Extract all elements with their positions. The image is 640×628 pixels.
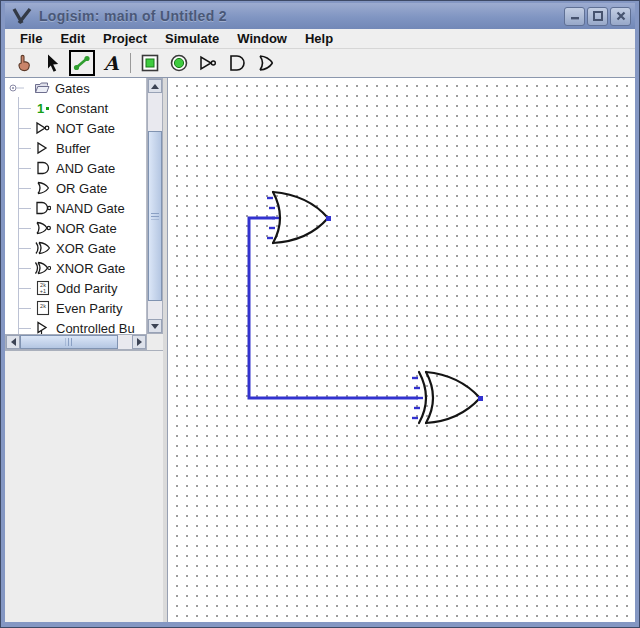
tree-item-label: OR Gate [56, 181, 107, 196]
svg-text:2k: 2k [40, 303, 46, 309]
buffer-icon [33, 140, 53, 156]
component-tree: Gates 1 Constant [5, 78, 147, 334]
arrow-down-icon [151, 324, 159, 329]
wire[interactable] [249, 218, 418, 398]
explorer-pane: Gates 1 Constant [5, 78, 163, 622]
scroll-left-button[interactable] [6, 335, 20, 349]
scroll-down-button[interactable] [148, 319, 162, 333]
tree-node-gates[interactable]: Gates [5, 78, 146, 98]
gate-output-port[interactable] [478, 396, 483, 401]
arrow-up-icon [151, 84, 159, 89]
select-arrow-icon [43, 53, 63, 73]
tree-vertical-scrollbar[interactable] [147, 78, 163, 334]
text-tool-glyph: A [104, 54, 119, 73]
input-pin-icon [140, 53, 160, 73]
tree-item-label: Buffer [56, 141, 90, 156]
tree-item-label: Odd Parity [56, 281, 117, 296]
or-gate-component[interactable] [267, 192, 331, 243]
text-tool[interactable]: A [98, 50, 124, 76]
tree-item-odd-parity[interactable]: 2k +1 Odd Parity [5, 278, 146, 298]
nand-gate-icon [33, 200, 53, 216]
scroll-right-button[interactable] [132, 335, 146, 349]
scroll-up-button[interactable] [148, 79, 162, 93]
wire-icon [72, 53, 92, 73]
tree-item-label: Constant [56, 101, 108, 116]
tree-item-even-parity[interactable]: 2k Even Parity [5, 298, 146, 318]
output-pin-icon [169, 53, 189, 73]
arrow-left-icon [11, 338, 16, 346]
close-icon [616, 11, 626, 21]
tree-item-label: NOT Gate [56, 121, 115, 136]
poke-tool[interactable] [11, 50, 37, 76]
scrollbar-corner [147, 334, 163, 350]
toolbar-separator [130, 53, 131, 73]
nor-gate-icon [33, 220, 53, 236]
arrow-right-icon [137, 338, 142, 346]
not-gate-icon [198, 53, 218, 73]
menu-edit[interactable]: Edit [51, 31, 94, 46]
tree-item-and-gate[interactable]: AND Gate [5, 158, 146, 178]
folder-open-icon [32, 80, 52, 96]
tree-node-label: Gates [55, 81, 90, 96]
xor-gate-component[interactable] [412, 372, 483, 423]
minimize-button[interactable] [564, 7, 585, 26]
tree-item-nand-gate[interactable]: NAND Gate [5, 198, 146, 218]
menu-help[interactable]: Help [296, 31, 342, 46]
tree-item-label: NAND Gate [56, 201, 125, 216]
xnor-gate-icon [33, 260, 53, 276]
tree-horizontal-scrollbar[interactable] [5, 334, 147, 350]
wire-tool[interactable] [69, 50, 95, 76]
or-gate-tool[interactable] [253, 50, 279, 76]
tree-item-or-gate[interactable]: OR Gate [5, 178, 146, 198]
circuit-canvas[interactable] [168, 78, 635, 622]
tree-item-buffer[interactable]: Buffer [5, 138, 146, 158]
tree-item-label: XOR Gate [56, 241, 116, 256]
maximize-button[interactable] [587, 7, 608, 26]
app-window: Logisim: main of Untitled 2 File Edit Pr… [0, 0, 640, 628]
and-gate-icon [33, 160, 53, 176]
svg-text:+1: +1 [40, 288, 46, 294]
menu-window[interactable]: Window [228, 31, 296, 46]
input-pin-tool[interactable] [137, 50, 163, 76]
toolbar: A [5, 49, 635, 78]
output-pin-tool[interactable] [166, 50, 192, 76]
tree-item-label: AND Gate [56, 161, 115, 176]
gate-output-port[interactable] [326, 216, 331, 221]
tree-item-xnor-gate[interactable]: XNOR Gate [5, 258, 146, 278]
tree-item-label: Even Parity [56, 301, 122, 316]
even-parity-icon: 2k [33, 300, 53, 316]
and-gate-tool[interactable] [224, 50, 250, 76]
attribute-panel [5, 350, 163, 622]
menu-project[interactable]: Project [94, 31, 156, 46]
titlebar[interactable]: Logisim: main of Untitled 2 [5, 3, 635, 29]
tree-item-label: NOR Gate [56, 221, 117, 236]
horizontal-scroll-thumb[interactable] [20, 335, 118, 349]
thumb-grip-icon [66, 338, 73, 346]
and-gate-icon [227, 53, 247, 73]
odd-parity-icon: 2k +1 [33, 280, 53, 296]
window-title: Logisim: main of Untitled 2 [39, 8, 564, 24]
poke-hand-icon [14, 53, 34, 73]
menu-file[interactable]: File [11, 31, 51, 46]
tree-item-label: XNOR Gate [56, 261, 125, 276]
not-gate-tool[interactable] [195, 50, 221, 76]
minimize-icon [570, 11, 580, 21]
xor-gate-icon [33, 240, 53, 256]
tree-item-constant[interactable]: 1 Constant [5, 98, 146, 118]
tree-item-controlled-buffer[interactable]: Controlled Bu [5, 318, 146, 334]
menu-simulate[interactable]: Simulate [156, 31, 228, 46]
not-gate-icon [33, 120, 53, 136]
tree-item-not-gate[interactable]: NOT Gate [5, 118, 146, 138]
menubar: File Edit Project Simulate Window Help [5, 29, 635, 49]
maximize-icon [593, 11, 603, 21]
close-button[interactable] [610, 7, 631, 26]
vertical-scroll-thumb[interactable] [148, 131, 162, 301]
or-gate-icon [33, 180, 53, 196]
constant-icon: 1 [33, 100, 53, 116]
edit-tool[interactable] [40, 50, 66, 76]
tree-item-label: Controlled Bu [56, 321, 135, 335]
or-gate-icon [256, 53, 276, 73]
tree-expand-handle-icon[interactable] [7, 80, 27, 96]
tree-item-xor-gate[interactable]: XOR Gate [5, 238, 146, 258]
tree-item-nor-gate[interactable]: NOR Gate [5, 218, 146, 238]
